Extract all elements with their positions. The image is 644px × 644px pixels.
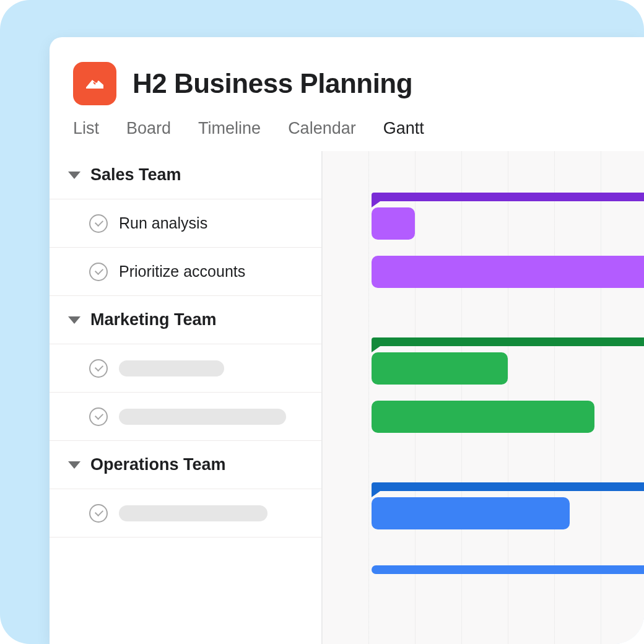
- task-list-panel: Sales Team Run analysis Prioritize accou…: [50, 151, 322, 644]
- group-name: Sales Team: [90, 165, 181, 185]
- gantt-task-bar[interactable]: [372, 497, 570, 529]
- task-row[interactable]: [50, 344, 321, 393]
- gantt-task-bar[interactable]: [372, 401, 594, 433]
- group-header-marketing[interactable]: Marketing Team: [50, 296, 321, 344]
- tab-gantt[interactable]: Gantt: [383, 119, 424, 138]
- project-title: H2 Business Planning: [133, 68, 412, 99]
- tab-list[interactable]: List: [73, 119, 99, 138]
- caret-down-icon: [68, 172, 80, 179]
- check-circle-icon[interactable]: [89, 263, 108, 281]
- check-circle-icon[interactable]: [89, 214, 108, 233]
- task-placeholder: [119, 360, 224, 376]
- check-circle-icon[interactable]: [89, 504, 108, 523]
- task-label: Run analysis: [119, 214, 207, 232]
- project-header: H2 Business Planning: [50, 37, 644, 119]
- tab-timeline[interactable]: Timeline: [198, 119, 261, 138]
- shoe-icon: [82, 71, 107, 96]
- group-header-sales[interactable]: Sales Team: [50, 151, 321, 199]
- task-label: Prioritize accounts: [119, 263, 245, 281]
- gantt-task-bar[interactable]: [372, 352, 508, 385]
- tab-board[interactable]: Board: [126, 119, 171, 138]
- gantt-task-bar[interactable]: [372, 565, 644, 574]
- caret-down-icon: [68, 461, 80, 469]
- gantt-task-bar[interactable]: [372, 256, 644, 288]
- task-row[interactable]: Run analysis: [50, 199, 321, 248]
- project-window: H2 Business Planning List Board Timeline…: [50, 37, 644, 644]
- check-circle-icon[interactable]: [89, 359, 108, 378]
- group-name: Operations Team: [90, 455, 226, 474]
- task-placeholder: [119, 505, 268, 521]
- task-row[interactable]: [50, 393, 321, 441]
- check-circle-icon[interactable]: [89, 407, 108, 426]
- view-tabs: List Board Timeline Calendar Gantt: [50, 119, 644, 151]
- caret-down-icon: [68, 316, 80, 324]
- task-placeholder: [119, 409, 286, 425]
- group-name: Marketing Team: [90, 310, 217, 329]
- task-row[interactable]: [50, 489, 321, 537]
- gantt-task-bar[interactable]: [372, 207, 415, 240]
- group-header-operations[interactable]: Operations Team: [50, 441, 321, 489]
- tab-calendar[interactable]: Calendar: [288, 119, 356, 138]
- gantt-chart-panel[interactable]: [322, 151, 644, 644]
- project-icon: [73, 62, 116, 105]
- task-row[interactable]: Prioritize accounts: [50, 248, 321, 296]
